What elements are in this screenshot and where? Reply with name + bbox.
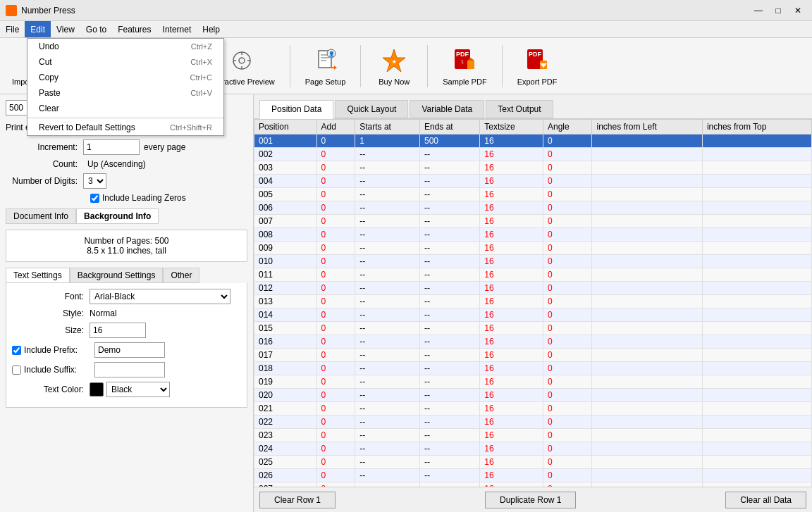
tab-background-info[interactable]: Background Info: [76, 208, 159, 224]
menu-help[interactable]: Help: [197, 21, 226, 37]
clear-row-button[interactable]: Clear Row 1: [259, 492, 336, 508]
increment-suffix: every page: [144, 142, 185, 152]
edit-dropdown-menu: UndoCtrl+Z CutCtrl+X CopyCtrl+C PasteCtr…: [27, 38, 224, 136]
table-cell: --: [419, 188, 479, 201]
clear-all-data-button[interactable]: Clear all Data: [725, 492, 806, 508]
table-cell: --: [355, 362, 420, 375]
table-row[interactable]: 00101500160: [254, 135, 812, 148]
table-row[interactable]: 0150----160: [254, 322, 812, 335]
menu-copy[interactable]: CopyCtrl+C: [27, 70, 223, 85]
text-color-select[interactable]: Black White Red Blue: [106, 382, 170, 397]
col-angle: Angle: [543, 120, 592, 135]
menu-file[interactable]: File: [0, 21, 25, 37]
table-row[interactable]: 0120----160: [254, 282, 812, 295]
table-row[interactable]: 0070----160: [254, 215, 812, 228]
menu-cut[interactable]: CutCtrl+X: [27, 54, 223, 70]
table-cell: 16: [480, 362, 543, 375]
prefix-input[interactable]: [94, 342, 165, 358]
table-row[interactable]: 0170----160: [254, 349, 812, 362]
table-row[interactable]: 0100----160: [254, 255, 812, 268]
size-input[interactable]: [90, 323, 146, 338]
table-cell: 16: [480, 456, 543, 469]
increment-input[interactable]: [83, 139, 140, 155]
include-suffix-checkbox[interactable]: [12, 366, 21, 375]
page-setup-button[interactable]: 👤 Page Setup: [299, 42, 352, 91]
table-cell: 0: [316, 228, 355, 242]
menu-revert[interactable]: Revert to Default SettingsCtrl+Shift+R: [27, 120, 223, 135]
tab-text-output[interactable]: Text Output: [486, 100, 553, 118]
sample-pdf-button[interactable]: PDF 1 Sample PDF: [436, 42, 493, 91]
menu-paste[interactable]: PasteCtrl+V: [27, 85, 223, 101]
tab-position-data[interactable]: Position Data: [259, 100, 333, 119]
tab-background-settings[interactable]: Background Settings: [70, 268, 164, 283]
table-cell: [702, 135, 811, 148]
table-row[interactable]: 0030----160: [254, 161, 812, 175]
menu-edit[interactable]: Edit: [25, 21, 51, 37]
toolbar-sep-3: [290, 45, 290, 87]
table-cell: 0: [316, 308, 355, 322]
tab-variable-data[interactable]: Variable Data: [410, 100, 484, 118]
menu-view[interactable]: View: [51, 21, 80, 37]
table-row[interactable]: 0190----160: [254, 375, 812, 389]
num-digits-label: Number of Digits:: [6, 176, 83, 186]
table-row[interactable]: 0180----160: [254, 362, 812, 375]
size-row: Size:: [12, 323, 241, 338]
table-row[interactable]: 0240----160: [254, 442, 812, 456]
menu-features[interactable]: Features: [112, 21, 156, 37]
main-container: for Position 1 Print each Number: times …: [0, 94, 812, 512]
table-row[interactable]: 0060----160: [254, 201, 812, 215]
col-starts: Starts at: [355, 120, 420, 135]
duplicate-row-button[interactable]: Duplicate Row 1: [485, 492, 576, 508]
tab-quick-layout[interactable]: Quick Layout: [335, 100, 408, 118]
table-cell: 16: [480, 175, 543, 188]
table-row[interactable]: 0200----160: [254, 389, 812, 402]
export-pdf-button[interactable]: PDF Export PDF: [511, 42, 564, 91]
num-digits-row: Number of Digits: 31245: [6, 173, 247, 189]
font-select[interactable]: Arial-Black Arial Times New Roman: [90, 289, 230, 304]
close-button[interactable]: ✕: [789, 4, 806, 18]
table-row[interactable]: 0230----160: [254, 429, 812, 442]
buy-now-button[interactable]: ★ Buy Now: [369, 42, 419, 91]
tab-document-info[interactable]: Document Info: [6, 208, 76, 224]
menu-undo[interactable]: UndoCtrl+Z: [27, 39, 223, 54]
table-row[interactable]: 0110----160: [254, 268, 812, 282]
table-cell: [592, 362, 702, 375]
table-cell: 16: [480, 255, 543, 268]
num-digits-select[interactable]: 31245: [83, 173, 106, 189]
table-row[interactable]: 0090----160: [254, 242, 812, 255]
menu-internet[interactable]: Internet: [157, 21, 197, 37]
table-row[interactable]: 0250----160: [254, 456, 812, 469]
table-row[interactable]: 0210----160: [254, 402, 812, 416]
leading-zeros-checkbox[interactable]: [90, 194, 99, 203]
table-row[interactable]: 0160----160: [254, 335, 812, 349]
table-row[interactable]: 0220----160: [254, 416, 812, 429]
table-cell: 0: [316, 148, 355, 161]
suffix-input[interactable]: [94, 362, 165, 377]
table-cell: [702, 429, 811, 442]
table-cell: --: [419, 295, 479, 308]
table-row[interactable]: 0040----160: [254, 175, 812, 188]
table-row[interactable]: 0080----160: [254, 228, 812, 242]
table-cell: --: [355, 375, 420, 389]
count-value: Up (Ascending): [87, 159, 146, 169]
table-row[interactable]: 0050----160: [254, 188, 812, 201]
minimize-button[interactable]: —: [750, 4, 767, 18]
tab-other-settings[interactable]: Other: [163, 268, 199, 283]
table-cell: [592, 322, 702, 335]
col-textsize: Textsize: [480, 120, 543, 135]
table-row[interactable]: 0260----160: [254, 469, 812, 482]
tab-text-settings[interactable]: Text Settings: [6, 268, 70, 283]
data-table-container: Position Add Starts at Ends at Textsize …: [254, 119, 812, 487]
table-row[interactable]: 0130----160: [254, 295, 812, 308]
text-color-row: Text Color: Black White Red Blue: [12, 382, 241, 397]
table-cell: 0: [316, 429, 355, 442]
table-cell: 0: [316, 282, 355, 295]
menu-clear[interactable]: Clear: [27, 101, 223, 116]
table-row[interactable]: 0140----160: [254, 308, 812, 322]
table-cell: --: [419, 402, 479, 416]
table-row[interactable]: 0020----160: [254, 148, 812, 161]
maximize-button[interactable]: □: [770, 4, 787, 18]
menu-goto[interactable]: Go to: [80, 21, 112, 37]
table-cell: [592, 255, 702, 268]
include-prefix-checkbox[interactable]: [12, 346, 21, 355]
